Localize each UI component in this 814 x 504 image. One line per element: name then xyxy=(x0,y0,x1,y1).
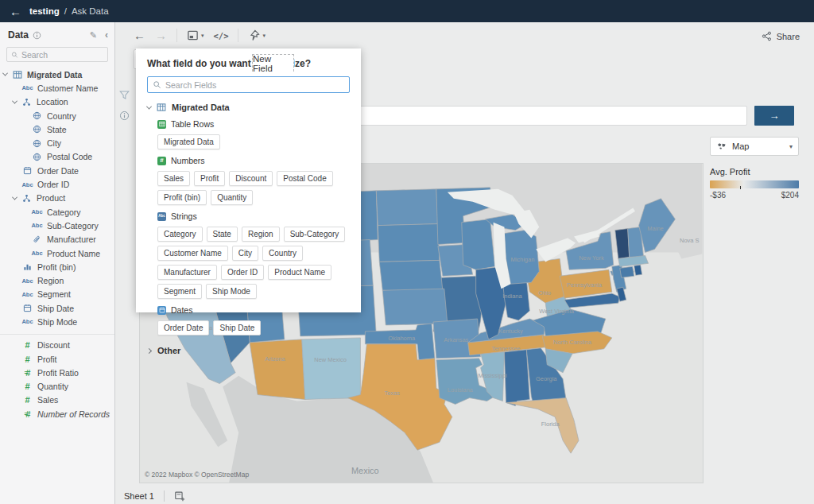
legend-min-label: -$36 xyxy=(710,191,726,200)
state-CT[interactable] xyxy=(620,266,634,277)
sheet-tab[interactable]: Sheet 1 xyxy=(124,491,154,501)
sidebar-field-segment[interactable]: AbcSegment xyxy=(0,288,114,301)
field-pill[interactable]: Profit (bin) xyxy=(157,190,207,205)
breadcrumb: testing / Ask Data xyxy=(29,6,109,16)
breadcrumb-separator: / xyxy=(64,6,67,16)
sidebar-measure-number-of-records[interactable]: =#Number of Records xyxy=(0,407,114,421)
state-ND[interactable] xyxy=(376,189,438,226)
funnel-icon[interactable] xyxy=(119,90,130,100)
state-KS[interactable] xyxy=(382,289,448,325)
new-field-tab[interactable]: New Field xyxy=(252,54,294,72)
popup-search-input[interactable] xyxy=(165,80,344,90)
field-pill[interactable]: Sub-Category xyxy=(284,227,346,242)
sidebar-field-migrated-data[interactable]: Migrated Data xyxy=(0,68,114,81)
field-pill[interactable]: State xyxy=(207,227,238,242)
field-pill[interactable]: Segment xyxy=(157,284,202,299)
sidebar-field-product[interactable]: Product xyxy=(0,192,114,205)
field-pill[interactable]: City xyxy=(232,246,258,261)
popup-section-dates: Dates Order Date Ship Date xyxy=(147,305,350,335)
field-pill[interactable]: Product Name xyxy=(268,265,331,280)
chevron-down-icon[interactable] xyxy=(12,98,17,103)
info-icon[interactable] xyxy=(119,110,130,121)
field-pill[interactable]: Migrated Data xyxy=(157,134,220,149)
field-pill[interactable]: Country xyxy=(262,246,303,261)
field-search-input[interactable] xyxy=(21,50,103,60)
data-pane: Data ✎ ‹ Migrated Data AbcCustomer Name … xyxy=(0,22,115,504)
field-pill[interactable]: Customer Name xyxy=(157,246,228,261)
sidebar-measure-quantity[interactable]: #Quantity xyxy=(0,380,114,394)
sidebar-field-order-date[interactable]: Order Date xyxy=(0,164,114,177)
state-WI[interactable] xyxy=(462,219,495,270)
popup-title: What field do you want to visualize? xyxy=(147,58,350,69)
sidebar-measure-sales[interactable]: #Sales xyxy=(0,394,114,407)
field-pill[interactable]: Quantity xyxy=(211,190,253,205)
sidebar-field-profit-bin[interactable]: Profit (bin) xyxy=(0,260,114,273)
state-SD[interactable] xyxy=(378,224,440,262)
back-arrow-icon[interactable]: ← xyxy=(10,6,21,17)
edit-pencil-icon[interactable]: ✎ xyxy=(90,30,97,41)
collapse-pane-icon[interactable]: ‹ xyxy=(105,29,108,41)
share-button[interactable]: Share xyxy=(762,31,800,41)
popup-other-group[interactable]: Other xyxy=(147,346,350,355)
chevron-down-icon[interactable] xyxy=(2,71,8,76)
sidebar-field-sub-category[interactable]: AbcSub-Category xyxy=(0,219,114,232)
save-dropdown-button[interactable]: ▾ xyxy=(187,29,204,41)
info-icon[interactable] xyxy=(33,31,41,40)
chevron-right-icon[interactable] xyxy=(146,347,152,353)
calendar-icon xyxy=(23,304,32,312)
field-pill[interactable]: Region xyxy=(242,227,280,242)
sidebar-field-customer-name[interactable]: AbcCustomer Name xyxy=(0,81,114,95)
sidebar-field-category[interactable]: AbcCategory xyxy=(0,205,114,219)
svg-text:West Virginia: West Virginia xyxy=(539,308,574,315)
sidebar-field-city[interactable]: City xyxy=(0,136,114,149)
legend-gradient[interactable] xyxy=(710,180,799,188)
sidebar-field-region[interactable]: AbcRegion xyxy=(0,273,114,287)
field-pill[interactable]: Sales xyxy=(157,171,190,186)
data-pane-title: Data xyxy=(8,29,29,41)
svg-text:Arizona: Arizona xyxy=(265,355,285,362)
popup-search-box[interactable] xyxy=(147,76,350,93)
field-pill[interactable]: Ship Date xyxy=(213,320,261,335)
chevron-down-icon[interactable] xyxy=(146,103,152,109)
svg-text:Texas: Texas xyxy=(384,390,400,397)
sidebar-field-ship-mode[interactable]: AbcShip Mode xyxy=(0,315,114,328)
hash-icon: # xyxy=(21,395,33,405)
field-pill[interactable]: Category xyxy=(157,227,203,242)
field-pill[interactable]: Order Date xyxy=(157,320,209,335)
caret-down-icon: ▾ xyxy=(262,33,266,39)
undo-button[interactable]: ← xyxy=(134,29,145,42)
field-pill[interactable]: Ship Mode xyxy=(206,284,257,299)
sidebar-field-manufacturer[interactable]: Manufacturer xyxy=(0,233,114,246)
state-AL[interactable] xyxy=(504,350,529,406)
chevron-down-icon[interactable] xyxy=(12,194,17,200)
sidebar-field-state[interactable]: State xyxy=(0,122,114,136)
field-pill[interactable]: Order ID xyxy=(221,265,264,280)
new-sheet-icon[interactable] xyxy=(174,490,185,502)
sidebar-field-product-name[interactable]: AbcProduct Name xyxy=(0,246,114,260)
field-pill[interactable]: Discount xyxy=(229,171,273,186)
svg-text:North Carolina: North Carolina xyxy=(553,339,592,346)
sidebar-field-ship-date[interactable]: Ship Date xyxy=(0,301,114,315)
sidebar-field-location[interactable]: Location xyxy=(0,95,114,109)
field-pill[interactable]: Postal Code xyxy=(277,171,332,186)
sidebar-measure-profit-ratio[interactable]: =#Profit Ratio xyxy=(0,366,114,379)
sidebar-field-order-id[interactable]: AbcOrder ID xyxy=(0,177,114,191)
popup-section-strings: Abc Strings Category State Region Sub-Ca… xyxy=(147,211,350,299)
code-view-button[interactable]: </> xyxy=(214,31,229,41)
sidebar-field-postal-code[interactable]: Postal Code xyxy=(0,150,114,164)
go-button[interactable]: → xyxy=(754,106,794,126)
pin-dropdown-button[interactable]: ▾ xyxy=(248,29,266,41)
viz-type-dropdown[interactable]: Map ▾ xyxy=(710,137,799,156)
sidebar-measure-discount[interactable]: #Discount xyxy=(0,339,114,352)
field-pill[interactable]: Profit xyxy=(194,171,225,186)
svg-text:Indiana: Indiana xyxy=(502,293,522,300)
popup-tree-root[interactable]: Migrated Data xyxy=(147,103,350,112)
breadcrumb-project[interactable]: testing xyxy=(29,6,60,16)
state-RI[interactable] xyxy=(634,265,642,275)
field-search-box[interactable] xyxy=(6,47,108,62)
field-pill[interactable]: Manufacturer xyxy=(157,265,217,280)
redo-button[interactable]: → xyxy=(155,29,167,42)
sidebar-measure-profit[interactable]: #Profit xyxy=(0,352,114,366)
sidebar-field-country[interactable]: Country xyxy=(0,109,114,122)
state-NE[interactable] xyxy=(379,260,443,292)
